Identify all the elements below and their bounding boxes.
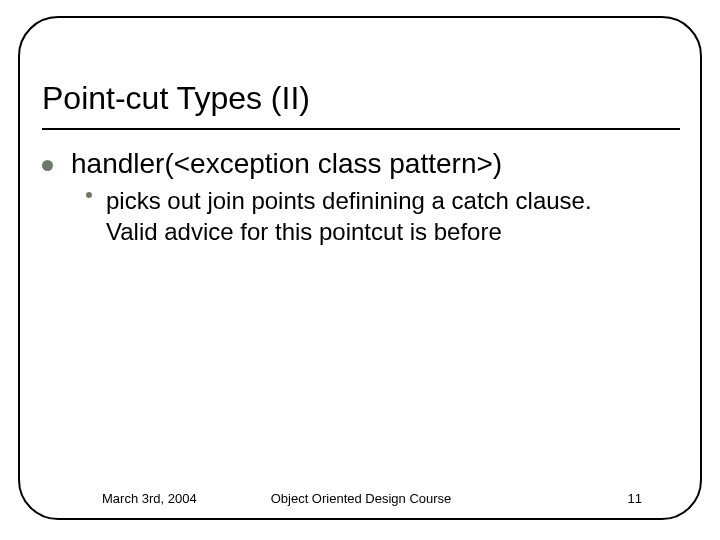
bullet-level1: handler(<exception class pattern>): [42, 148, 680, 180]
slide-title: Point-cut Types (II): [42, 82, 310, 116]
footer: March 3rd, 2004 Object Oriented Design C…: [42, 486, 680, 506]
bullet-level1-text: handler(<exception class pattern>): [71, 148, 502, 180]
slide: Point-cut Types (II) handler(<exception …: [0, 0, 720, 540]
bullet-level2: picks out join points definining a catch…: [86, 186, 680, 247]
bullet-level2-text: picks out join points definining a catch…: [106, 186, 592, 247]
title-underline: [42, 128, 680, 130]
slide-body: handler(<exception class pattern>) picks…: [42, 148, 680, 247]
subbullet-icon: [86, 192, 92, 198]
bullet-icon: [42, 160, 53, 171]
footer-course: Object Oriented Design Course: [42, 491, 680, 506]
footer-page: 11: [628, 491, 642, 506]
